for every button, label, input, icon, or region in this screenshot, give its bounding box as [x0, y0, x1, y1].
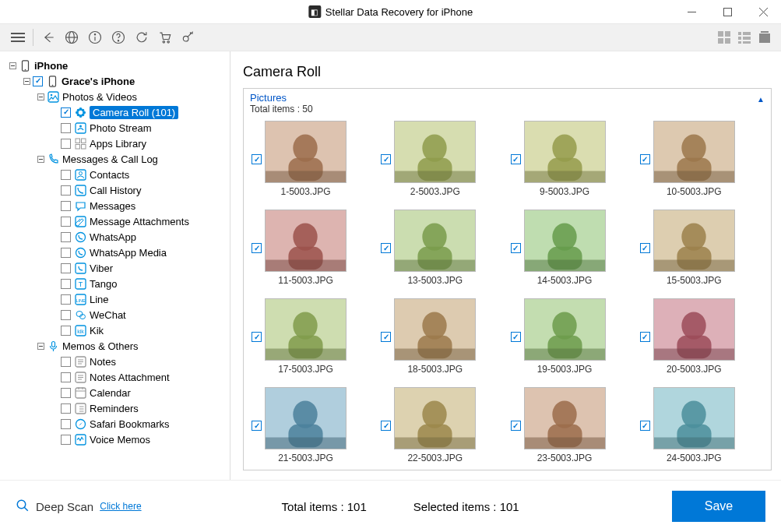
view-grid-large-button[interactable] [716, 30, 733, 44]
tree-item[interactable]: Camera Roll (101) [3, 104, 227, 120]
tree-checkbox[interactable] [61, 326, 71, 336]
thumbnail-image[interactable] [524, 210, 606, 272]
tree-checkbox[interactable] [61, 263, 71, 273]
thumbnail-checkbox[interactable] [252, 243, 262, 253]
tree-checkbox[interactable] [61, 201, 71, 211]
save-button[interactable]: Save [672, 491, 765, 522]
thumbnail-checkbox[interactable] [381, 243, 391, 253]
tree-checkbox[interactable] [61, 372, 71, 382]
thumbnail-checkbox[interactable] [381, 421, 391, 431]
thumbnail-checkbox[interactable] [640, 332, 650, 342]
tree-expander-icon[interactable] [36, 341, 45, 351]
thumbnail-item[interactable]: 20-5003.JPG [640, 298, 763, 375]
thumbnail-image[interactable] [653, 210, 735, 272]
thumbnail-item[interactable]: 13-5003.JPG [381, 210, 504, 286]
tree-checkbox[interactable] [61, 419, 71, 429]
language-button[interactable] [62, 27, 82, 48]
thumbnail-item[interactable]: 11-5003.JPG [252, 210, 375, 286]
thumbnail-checkbox[interactable] [252, 332, 262, 342]
thumbnail-item[interactable]: 9-5003.JPG [511, 121, 634, 197]
tree-item[interactable]: WhatsApp Media [3, 245, 227, 260]
thumbnail-item[interactable]: 17-5003.JPG [252, 298, 375, 375]
tree-checkbox[interactable] [61, 357, 71, 367]
thumbnail-image[interactable] [265, 121, 347, 183]
thumbnail-item[interactable]: 24-5003.JPG [640, 387, 763, 463]
minimize-button[interactable] [674, 0, 709, 23]
tree-item[interactable]: Notes Attachment [3, 369, 227, 385]
tree-checkbox[interactable] [61, 403, 71, 414]
tree-expander-icon[interactable] [36, 92, 45, 101]
tree-item[interactable]: Grace's iPhone [3, 73, 227, 89]
thumbnail-checkbox[interactable] [511, 154, 521, 164]
thumbnail-image[interactable] [394, 210, 476, 272]
tree-item[interactable]: Photos & Videos [3, 89, 227, 104]
thumbnail-image[interactable] [524, 121, 606, 183]
thumbnail-image[interactable] [653, 121, 735, 183]
tree-item[interactable]: Messages [3, 198, 227, 213]
tree-checkbox[interactable] [61, 123, 71, 133]
tree-item[interactable]: iPhone [3, 58, 227, 73]
tree-item[interactable]: Contacts [3, 167, 227, 182]
sidebar-tree[interactable]: iPhoneGrace's iPhonePhotos & VideosCamer… [0, 51, 230, 480]
tree-item[interactable]: Voice Memos [3, 432, 227, 447]
tree-item[interactable]: LINELine [3, 291, 227, 307]
tree-expander-icon[interactable] [22, 76, 31, 86]
thumbnail-image[interactable] [524, 387, 606, 449]
thumbnail-checkbox[interactable] [252, 421, 262, 431]
thumbnail-image[interactable] [265, 210, 347, 272]
tree-item[interactable]: WeChat [3, 307, 227, 322]
tree-checkbox[interactable] [61, 139, 71, 149]
thumbnail-image[interactable] [653, 387, 735, 449]
thumbnail-item[interactable]: 14-5003.JPG [511, 210, 634, 286]
tree-checkbox[interactable] [61, 294, 71, 305]
thumbnail-item[interactable]: 10-5003.JPG [640, 121, 763, 197]
tree-item[interactable]: WhatsApp [3, 229, 227, 245]
thumbnail-item[interactable]: 22-5003.JPG [381, 387, 504, 463]
tree-checkbox[interactable] [61, 279, 71, 289]
thumbnail-image[interactable] [265, 387, 347, 449]
tree-item[interactable]: Calendar [3, 385, 227, 400]
thumbnail-item[interactable]: 21-5003.JPG [252, 387, 375, 463]
thumbnail-image[interactable] [394, 387, 476, 449]
tree-checkbox[interactable] [61, 310, 71, 320]
thumbnail-scroll[interactable]: 1-5003.JPG2-5003.JPG9-5003.JPG10-5003.JP… [244, 118, 771, 470]
tree-checkbox[interactable] [61, 217, 71, 227]
thumbnail-image[interactable] [524, 298, 606, 361]
tree-checkbox[interactable] [61, 185, 71, 196]
tree-item[interactable]: kikKik [3, 322, 227, 338]
tree-expander-icon[interactable] [36, 154, 45, 164]
tree-item[interactable]: Notes [3, 354, 227, 369]
view-stack-button[interactable] [756, 30, 773, 44]
maximize-button[interactable] [709, 0, 745, 23]
thumbnail-item[interactable]: 2-5003.JPG [381, 121, 504, 197]
thumbnail-checkbox[interactable] [640, 421, 650, 431]
back-button[interactable] [38, 27, 58, 48]
tree-checkbox[interactable] [61, 107, 71, 118]
tree-item[interactable]: Call History [3, 182, 227, 198]
thumbnail-checkbox[interactable] [511, 243, 521, 253]
tree-checkbox[interactable] [61, 248, 71, 258]
thumbnail-image[interactable] [653, 298, 735, 361]
close-button[interactable] [745, 0, 781, 23]
thumbnail-checkbox[interactable] [511, 421, 521, 431]
thumbnail-item[interactable]: 23-5003.JPG [511, 387, 634, 463]
tree-item[interactable]: Message Attachments [3, 213, 227, 229]
tree-checkbox[interactable] [61, 388, 71, 398]
thumbnail-image[interactable] [265, 298, 347, 361]
tree-item[interactable]: Messages & Call Log [3, 151, 227, 167]
collapse-section-button[interactable]: ▲ [757, 95, 765, 104]
tree-expander-icon[interactable] [8, 61, 17, 70]
tree-item[interactable]: Safari Bookmarks [3, 416, 227, 432]
thumbnail-checkbox[interactable] [252, 154, 262, 164]
tree-checkbox[interactable] [61, 232, 71, 242]
tree-item[interactable]: TTango [3, 276, 227, 291]
menu-button[interactable] [8, 27, 28, 48]
thumbnail-checkbox[interactable] [381, 154, 391, 164]
tree-item[interactable]: Viber [3, 260, 227, 276]
view-list-button[interactable] [736, 30, 753, 44]
thumbnail-image[interactable] [394, 298, 476, 361]
thumbnail-item[interactable]: 18-5003.JPG [381, 298, 504, 375]
thumbnail-checkbox[interactable] [640, 154, 650, 164]
tree-checkbox[interactable] [61, 170, 71, 180]
thumbnail-item[interactable]: 19-5003.JPG [511, 298, 634, 375]
